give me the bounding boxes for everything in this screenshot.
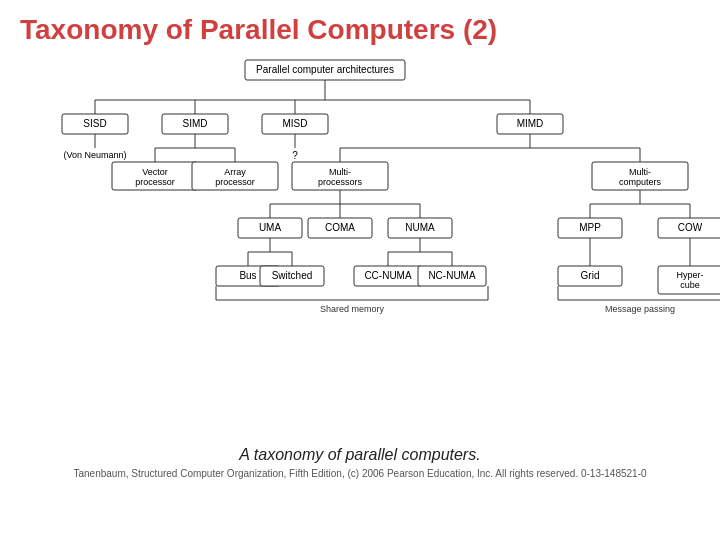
- svg-text:SIMD: SIMD: [183, 118, 208, 129]
- svg-text:Grid: Grid: [581, 270, 600, 281]
- svg-text:Shared memory: Shared memory: [320, 304, 385, 314]
- svg-text:COW: COW: [678, 222, 703, 233]
- svg-text:Message passing: Message passing: [605, 304, 675, 314]
- svg-text:processor: processor: [215, 177, 255, 187]
- svg-text:COMA: COMA: [325, 222, 355, 233]
- footer: Tanenbaum, Structured Computer Organizat…: [0, 468, 720, 479]
- tree-diagram: .node-box { fill: white; stroke: #333; s…: [0, 52, 720, 432]
- svg-text:(Von Neumann): (Von Neumann): [63, 150, 126, 160]
- svg-text:?: ?: [292, 150, 298, 161]
- svg-text:processor: processor: [135, 177, 175, 187]
- page-title: Taxonomy of Parallel Computers (2): [0, 0, 720, 52]
- svg-text:MPP: MPP: [579, 222, 601, 233]
- diagram-area: .node-box { fill: white; stroke: #333; s…: [0, 52, 720, 442]
- svg-text:Multi-: Multi-: [329, 167, 351, 177]
- svg-text:Vector: Vector: [142, 167, 168, 177]
- svg-text:cube: cube: [680, 280, 700, 290]
- svg-text:Hyper-: Hyper-: [676, 270, 703, 280]
- svg-text:UMA: UMA: [259, 222, 282, 233]
- svg-text:Bus: Bus: [239, 270, 256, 281]
- caption: A taxonomy of parallel computers.: [0, 446, 720, 464]
- svg-text:processors: processors: [318, 177, 363, 187]
- svg-text:Multi-: Multi-: [629, 167, 651, 177]
- svg-text:CC-NUMA: CC-NUMA: [364, 270, 412, 281]
- svg-text:NUMA: NUMA: [405, 222, 435, 233]
- svg-text:MIMD: MIMD: [517, 118, 544, 129]
- svg-text:Parallel computer architecture: Parallel computer architectures: [256, 64, 394, 75]
- svg-text:Array: Array: [224, 167, 246, 177]
- svg-text:Switched: Switched: [272, 270, 313, 281]
- svg-text:MISD: MISD: [283, 118, 308, 129]
- svg-text:NC-NUMA: NC-NUMA: [428, 270, 476, 281]
- svg-text:computers: computers: [619, 177, 662, 187]
- svg-text:SISD: SISD: [83, 118, 106, 129]
